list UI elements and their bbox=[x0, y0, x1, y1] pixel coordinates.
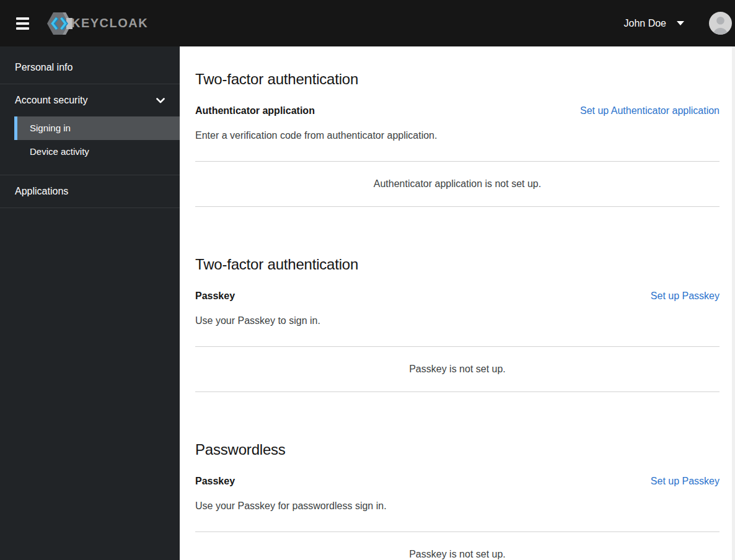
section-title: Two-factor authentication bbox=[195, 255, 720, 274]
sidebar: Personal info Account security Signing i… bbox=[0, 46, 180, 560]
sidebar-item-signing-in[interactable]: Signing in bbox=[14, 116, 180, 140]
credential-description: Use your Passkey to sign in. bbox=[195, 313, 720, 328]
sidebar-item-account-security[interactable]: Account security bbox=[0, 84, 180, 116]
empty-state-message: Authenticator application is not set up. bbox=[195, 162, 720, 206]
empty-state-message: Passkey is not set up. bbox=[195, 532, 720, 560]
section-title: Passwordless bbox=[195, 440, 720, 459]
avatar[interactable] bbox=[709, 12, 732, 35]
credential-row: Authenticator application Set up Authent… bbox=[195, 103, 720, 118]
main-content: Two-factor authentication Authenticator … bbox=[180, 46, 735, 560]
sidebar-item-personal-info[interactable]: Personal info bbox=[0, 51, 180, 84]
section-two-factor-passkey: Two-factor authentication Passkey Set up… bbox=[195, 255, 720, 392]
empty-state-message: Passkey is not set up. bbox=[195, 347, 720, 392]
brand-title: KEYCLOAK bbox=[71, 16, 148, 30]
sidebar-item-label: Account security bbox=[15, 93, 87, 108]
section-passwordless: Passwordless Passkey Set up Passkey Use … bbox=[195, 440, 720, 560]
section-title: Two-factor authentication bbox=[195, 70, 720, 89]
hamburger-icon[interactable] bbox=[16, 17, 29, 30]
setup-passkey-passwordless-link[interactable]: Set up Passkey bbox=[651, 474, 720, 489]
scrollbar[interactable] bbox=[732, 46, 735, 560]
user-menu[interactable]: John Doe bbox=[624, 18, 685, 29]
credential-description: Enter a verification code from authentic… bbox=[195, 128, 720, 143]
credential-row: Passkey Set up Passkey bbox=[195, 289, 720, 304]
sidebar-item-label: Applications bbox=[15, 184, 68, 199]
chevron-down-icon bbox=[156, 98, 165, 103]
sidebar-item-applications[interactable]: Applications bbox=[0, 175, 180, 208]
credential-row: Passkey Set up Passkey bbox=[195, 474, 720, 489]
caret-down-icon bbox=[677, 21, 684, 25]
section-two-factor-authenticator: Two-factor authentication Authenticator … bbox=[195, 70, 720, 207]
credential-description: Use your Passkey for passwordless sign i… bbox=[195, 499, 720, 514]
divider bbox=[195, 392, 720, 392]
credential-label: Authenticator application bbox=[195, 103, 315, 118]
setup-passkey-link[interactable]: Set up Passkey bbox=[651, 289, 720, 304]
sidebar-divider bbox=[0, 208, 180, 208]
account-security-subnav: Signing in Device activity bbox=[0, 116, 180, 175]
divider bbox=[195, 206, 720, 207]
sidebar-item-device-activity[interactable]: Device activity bbox=[14, 140, 180, 164]
user-name: John Doe bbox=[624, 18, 667, 29]
credential-label: Passkey bbox=[195, 289, 235, 304]
credential-label: Passkey bbox=[195, 474, 235, 489]
keycloak-logo[interactable]: KEYCLOAK bbox=[46, 12, 148, 35]
user-avatar-icon bbox=[709, 12, 732, 35]
sidebar-item-label: Personal info bbox=[15, 60, 73, 75]
masthead: KEYCLOAK John Doe bbox=[0, 0, 735, 46]
keycloak-logo-icon bbox=[46, 12, 73, 35]
setup-authenticator-link[interactable]: Set up Authenticator application bbox=[580, 103, 720, 118]
